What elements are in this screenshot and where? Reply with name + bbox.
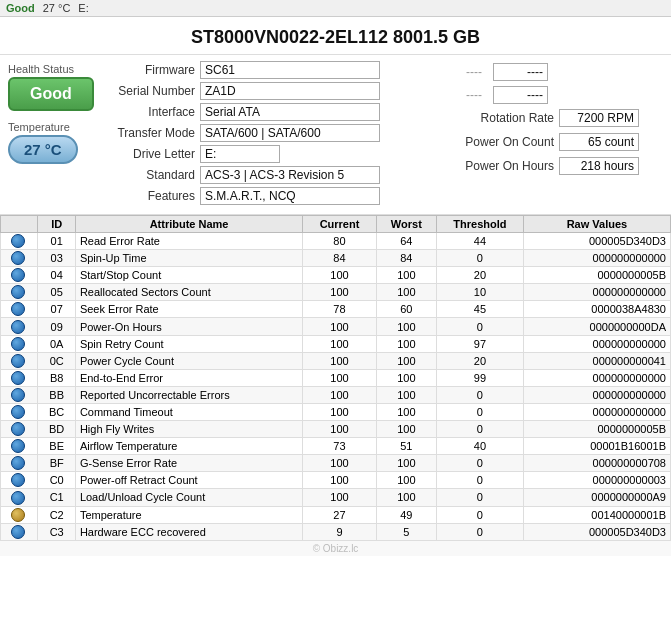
health-label: Health Status bbox=[8, 63, 82, 75]
row-raw: 000000000000 bbox=[523, 369, 670, 386]
row-attr-name: Power-On Hours bbox=[75, 318, 302, 335]
table-row: 01 Read Error Rate 80 64 44 000005D340D3 bbox=[1, 233, 671, 250]
transfer-row: Transfer Mode SATA/600 | SATA/600 bbox=[90, 124, 451, 142]
standard-row: Standard ACS-3 | ACS-3 Revision 5 bbox=[90, 166, 451, 184]
row-dot bbox=[1, 318, 38, 335]
row-current: 100 bbox=[303, 472, 377, 489]
row-attr-name: Reported Uncorrectable Errors bbox=[75, 386, 302, 403]
row-worst: 5 bbox=[376, 523, 436, 540]
row-raw: 000005D340D3 bbox=[523, 523, 670, 540]
transfer-label: Transfer Mode bbox=[90, 126, 200, 140]
row-current: 100 bbox=[303, 403, 377, 420]
driveletter-label: Drive Letter bbox=[90, 147, 200, 161]
row-id: C1 bbox=[38, 489, 75, 506]
row-threshold: 20 bbox=[436, 267, 523, 284]
th-current: Current bbox=[303, 216, 377, 233]
row-attr-name: Load/Unload Cycle Count bbox=[75, 489, 302, 506]
standard-label: Standard bbox=[90, 168, 200, 182]
row-attr-name: Seek Error Rate bbox=[75, 301, 302, 318]
row-dot bbox=[1, 472, 38, 489]
dash2-val: ---- bbox=[493, 86, 548, 104]
th-dot bbox=[1, 216, 38, 233]
row-attr-name: Hardware ECC recovered bbox=[75, 523, 302, 540]
row-raw: 00140000001B bbox=[523, 506, 670, 523]
table-row: BB Reported Uncorrectable Errors 100 100… bbox=[1, 386, 671, 403]
row-attr-name: Power Cycle Count bbox=[75, 352, 302, 369]
row-raw: 000000000708 bbox=[523, 455, 670, 472]
row-worst: 100 bbox=[376, 352, 436, 369]
health-status-block: Health Status Good bbox=[8, 63, 82, 111]
row-threshold: 0 bbox=[436, 386, 523, 403]
row-worst: 64 bbox=[376, 233, 436, 250]
row-threshold: 0 bbox=[436, 472, 523, 489]
row-worst: 100 bbox=[376, 455, 436, 472]
row-worst: 100 bbox=[376, 335, 436, 352]
transfer-value: SATA/600 | SATA/600 bbox=[200, 124, 380, 142]
row-worst: 100 bbox=[376, 386, 436, 403]
row-worst: 100 bbox=[376, 489, 436, 506]
powercount-value: 65 count bbox=[559, 133, 639, 151]
table-row: 0C Power Cycle Count 100 100 20 00000000… bbox=[1, 352, 671, 369]
row-dot bbox=[1, 352, 38, 369]
row-id: 01 bbox=[38, 233, 75, 250]
watermark: © Obizz.lc bbox=[0, 541, 671, 556]
table-row: C0 Power-off Retract Count 100 100 0 000… bbox=[1, 472, 671, 489]
row-worst: 49 bbox=[376, 506, 436, 523]
row-raw: 0000000005B bbox=[523, 267, 670, 284]
row-current: 100 bbox=[303, 489, 377, 506]
row-threshold: 0 bbox=[436, 455, 523, 472]
row-attr-name: Start/Stop Count bbox=[75, 267, 302, 284]
row-threshold: 0 bbox=[436, 506, 523, 523]
row-threshold: 44 bbox=[436, 233, 523, 250]
row-threshold: 40 bbox=[436, 438, 523, 455]
dash2: ---- bbox=[459, 88, 489, 102]
features-value: S.M.A.R.T., NCQ bbox=[200, 187, 380, 205]
topbar-temp: 27 °C bbox=[43, 2, 71, 14]
row-raw: 000000000003 bbox=[523, 472, 670, 489]
row-id: BD bbox=[38, 421, 75, 438]
health-badge: Good bbox=[8, 77, 94, 111]
table-row: BF G-Sense Error Rate 100 100 0 00000000… bbox=[1, 455, 671, 472]
row-threshold: 97 bbox=[436, 335, 523, 352]
topbar-status: Good bbox=[6, 2, 35, 14]
interface-value: Serial ATA bbox=[200, 103, 380, 121]
row-dot bbox=[1, 438, 38, 455]
th-id: ID bbox=[38, 216, 75, 233]
powercount-row: Power On Count 65 count bbox=[459, 133, 663, 151]
top-bar: Good 27 °C E: bbox=[0, 0, 671, 17]
row-threshold: 0 bbox=[436, 523, 523, 540]
row-worst: 60 bbox=[376, 301, 436, 318]
right-info: ---- ---- ---- ---- Rotation Rate 7200 R… bbox=[451, 59, 671, 210]
table-row: 03 Spin-Up Time 84 84 0 000000000000 bbox=[1, 250, 671, 267]
center-info: Firmware SC61 Serial Number ZA1D Interfa… bbox=[90, 59, 451, 210]
row-id: 05 bbox=[38, 284, 75, 301]
row-worst: 100 bbox=[376, 403, 436, 420]
row-threshold: 10 bbox=[436, 284, 523, 301]
th-raw: Raw Values bbox=[523, 216, 670, 233]
temp-badge: 27 °C bbox=[8, 135, 78, 164]
row-id: BB bbox=[38, 386, 75, 403]
row-id: 0C bbox=[38, 352, 75, 369]
table-row: 07 Seek Error Rate 78 60 45 0000038A4830 bbox=[1, 301, 671, 318]
row-raw: 0000000000A9 bbox=[523, 489, 670, 506]
drive-title: ST8000VN0022-2EL112 8001.5 GB bbox=[0, 17, 671, 55]
row-raw: 0000000005B bbox=[523, 421, 670, 438]
row-attr-name: High Fly Writes bbox=[75, 421, 302, 438]
row-dot bbox=[1, 506, 38, 523]
row-threshold: 0 bbox=[436, 421, 523, 438]
row-id: 09 bbox=[38, 318, 75, 335]
row-threshold: 0 bbox=[436, 489, 523, 506]
row-current: 84 bbox=[303, 250, 377, 267]
serial-label: Serial Number bbox=[90, 84, 200, 98]
row-current: 100 bbox=[303, 352, 377, 369]
interface-label: Interface bbox=[90, 105, 200, 119]
firmware-value: SC61 bbox=[200, 61, 380, 79]
row-raw: 0000000000DA bbox=[523, 318, 670, 335]
row-worst: 84 bbox=[376, 250, 436, 267]
row-threshold: 0 bbox=[436, 318, 523, 335]
row-raw: 0000038A4830 bbox=[523, 301, 670, 318]
row-worst: 100 bbox=[376, 472, 436, 489]
row-attr-name: Power-off Retract Count bbox=[75, 472, 302, 489]
row-id: 04 bbox=[38, 267, 75, 284]
firmware-label: Firmware bbox=[90, 63, 200, 77]
